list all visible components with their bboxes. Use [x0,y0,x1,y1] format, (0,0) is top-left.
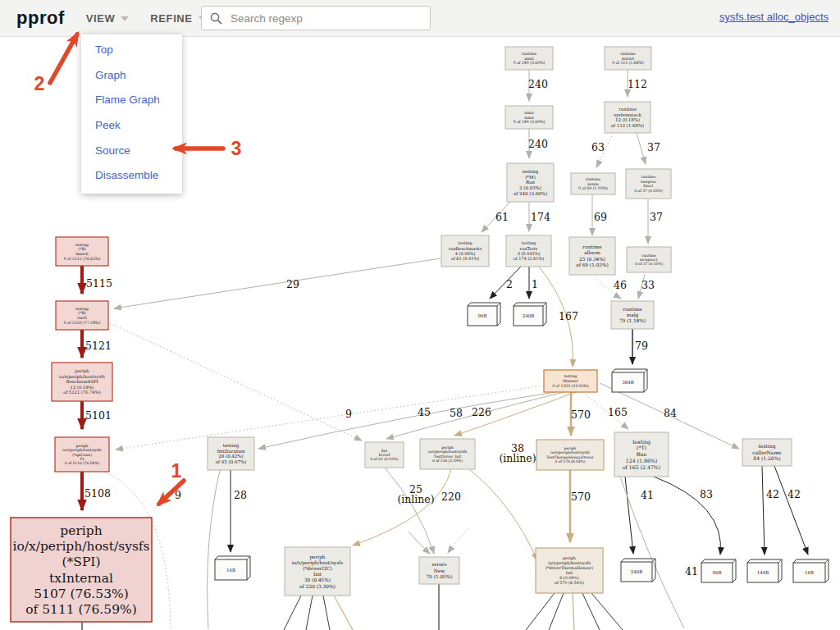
svg-text:periph: periph [76,444,89,448]
graph-node-sysfs-TestThermalSensorDriver[interactable]: periphio/x/periph/host/sysfsTestThermalS… [536,440,604,470]
svg-text:Run: Run [637,451,647,457]
mem-box-384B[interactable]: 384B [612,369,647,392]
graph-edge [469,469,537,560]
graph-node-testing-runBenchmarks[interactable]: testingrunBenchmarks4 (0.06%)of 61 (0.91… [441,235,489,267]
svg-text:newproc1: newproc1 [640,258,658,262]
graph-node-testing-B-launch[interactable]: testing(*B)launch0 of 5115 (76.65%) [56,237,108,266]
graph-edge [625,477,633,554]
svg-text:fmt: fmt [381,449,388,453]
mem-box-240B[interactable]: 240B [621,559,655,582]
svg-text:6 (0.09%): 6 (0.09%) [559,576,579,580]
svg-text:periph: periph [564,446,577,450]
mem-box-16B[interactable]: 16B [215,556,250,580]
svg-text:79 (1.18%): 79 (1.18%) [619,318,646,323]
graph-node-main-main[interactable]: mainmain0 of 240 (3.60%) [505,106,553,129]
svg-text:Run: Run [526,180,536,185]
graph-node-testing-tRunner[interactable]: testingtRunner0 of 1329 (19.92%) [544,370,597,392]
svg-text:runTests: runTests [520,246,538,251]
svg-text:tRunner: tRunner [563,379,579,383]
graph-node-sysfs-TestDriver-Init[interactable]: periphio/x/periph/host/sysfsTestDriver_I… [420,439,475,469]
graph-node-testing-B-runN[interactable]: testing(*B)runN0 of 5150 (77.18%) [56,301,108,330]
graph-edge [353,469,451,546]
edge-label: 167 [559,310,578,322]
menu-item-graph[interactable]: Graph [81,63,182,89]
search-box[interactable] [201,6,431,30]
graph-node-sysfs-SPI-txInternal[interactable]: periphio/x/periph/host/sysfs(*SPI)txInte… [11,518,152,622]
refine-menu-button[interactable]: REFINE [150,12,206,25]
graph-node-testing-callerName[interactable]: testingcallerName84 (1.26%) [742,439,792,466]
svg-text:BenchmarkSPI: BenchmarkSPI [66,379,98,384]
view-menu-button[interactable]: VIEW [86,12,130,25]
edge-label: 1 [532,278,538,290]
graph-node-sysfs-BenchmarkSPI[interactable]: periphio/x/periph/host/sysfsBenchmarkSPI… [52,363,112,401]
menu-item-disassemble[interactable]: Disassemble [81,163,182,189]
graph-node-testing-T-Run[interactable]: testing(*T)Run124 (1.86%)of 165 (2.47%) [614,432,669,477]
menu-item-flame-graph[interactable]: Flame Graph [81,88,182,113]
mem-box-144B[interactable]: 144B [747,559,782,582]
svg-text:23 (0.34%): 23 (0.34%) [579,257,605,262]
svg-text:main: main [524,57,534,61]
graph-edge [448,529,468,553]
graph-edge [208,470,220,629]
graph-node-runtime-systemstack[interactable]: runtimesystemstack12 (0.18%)of 112 (1.68… [605,102,651,133]
graph-node-sysfs-driverThermalSensor-Init[interactable]: periphio/x/periph/host/sysfs(*driverTher… [536,548,603,593]
profile-link[interactable]: sysfs.test alloc_objects [719,11,829,23]
edge-label: 29 [286,278,299,290]
mem-box-96B[interactable]: 96B [468,303,500,326]
svg-text:96B: 96B [712,570,721,575]
edge-label: 165 [608,406,628,418]
svg-text:of 112 (1.68%): of 112 (1.68%) [611,123,644,128]
svg-text:2 (0.03%): 2 (0.03%) [519,185,541,190]
graph-node-fmt-Errorf[interactable]: fmtErrorf0 of 62 (0.93%) [365,442,404,468]
svg-text:runtime: runtime [586,177,601,181]
graph-node-runtime-allocm[interactable]: runtimeallocm23 (0.34%)of 69 (1.03%) [569,237,615,275]
menu-item-source[interactable]: Source [81,139,182,164]
svg-text:launch: launch [75,252,89,256]
edge-label: 570 [571,491,591,503]
view-menu-label: VIEW [86,12,116,25]
edge-label: (inline) [397,493,434,505]
edge-label: 83 [700,488,713,500]
graph-edge [762,466,765,555]
svg-text:5107 (76.53%): 5107 (76.53%) [34,587,129,601]
svg-text:runtime: runtime [641,175,656,179]
svg-text:runtime: runtime [641,253,656,258]
svg-text:0 of 240 (3.60%): 0 of 240 (3.60%) [514,120,546,124]
svg-text:of 5121 (76.74%): of 5121 (76.74%) [63,390,100,395]
svg-text:runtime: runtime [623,307,642,312]
graph-node-runtime-malg[interactable]: runtimemalg79 (1.18%) [611,301,654,329]
edge-label: 42 [766,488,779,500]
edge-label: 240 [528,78,548,90]
svg-text:144B: 144B [757,570,769,575]
svg-text:240B: 240B [523,313,535,318]
mem-box-240B[interactable]: 240B [514,303,546,326]
svg-text:mstart: mstart [622,57,634,61]
view-dropdown-menu: Top Graph Flame Graph Peek Source Disass… [81,34,182,194]
svg-text:(*spiConn): (*spiConn) [72,453,92,457]
svg-text:28 (0.42%): 28 (0.42%) [218,454,244,459]
mem-box-96B[interactable]: 96B [701,559,736,582]
edge-label: 79 [635,340,648,352]
menu-item-top[interactable]: Top [81,38,182,63]
graph-node-errors-New[interactable]: errorsNew70 (1.05%) [419,557,459,584]
graph-node-sysfs-spiConn-Tx[interactable]: periphio/x/periph/host/sysfs(*spiConn)Tx… [55,437,109,472]
graph-node-sysfs-driverI2C-Init[interactable]: periphio/x/periph/host/sysfs(*driverI2C)… [285,547,350,596]
svg-text:of 5111 (76.59%): of 5111 (76.59%) [25,602,137,617]
menu-item-peek[interactable]: Peek [81,113,182,139]
svg-text:Init: Init [566,571,573,575]
graph-node-testing-runTests[interactable]: testingrunTests3 (0.045%)of 174 (2.61%) [506,235,551,267]
svg-text:Init: Init [313,572,322,577]
graph-node-runtime-newproc-func1[interactable]: runtimenewprocfunc10 of 37 (0.55%) [626,169,671,199]
refine-menu-label: REFINE [150,12,192,25]
graph-node-runtime-mstart[interactable]: runtimemstart0 of 112 (1.68%) [605,47,651,70]
graph-node-testing-fmtDuration[interactable]: testingfmtDuration28 (0.42%)of 45 (0.67%… [208,437,254,470]
graph-node-runtime-main[interactable]: runtimemain0 of 240 (3.60%) [505,47,553,70]
mem-box-16B[interactable]: 16B [793,559,829,582]
search-input[interactable] [229,11,413,25]
graph-node-testing-M-Run[interactable]: testing(*M)Run2 (0.03%)of 240 (3.60%) [507,163,554,202]
svg-text:84 (1.26%): 84 (1.26%) [753,455,780,461]
graph-node-runtime-newm[interactable]: runtimenewm0 of 69 (1.03%) [571,173,615,194]
graph-node-runtime-newproc1[interactable]: runtimenewproc10 of 37 (0.55%) [627,247,671,272]
svg-text:runN: runN [77,316,87,320]
edge-label: 5108 [84,487,111,500]
